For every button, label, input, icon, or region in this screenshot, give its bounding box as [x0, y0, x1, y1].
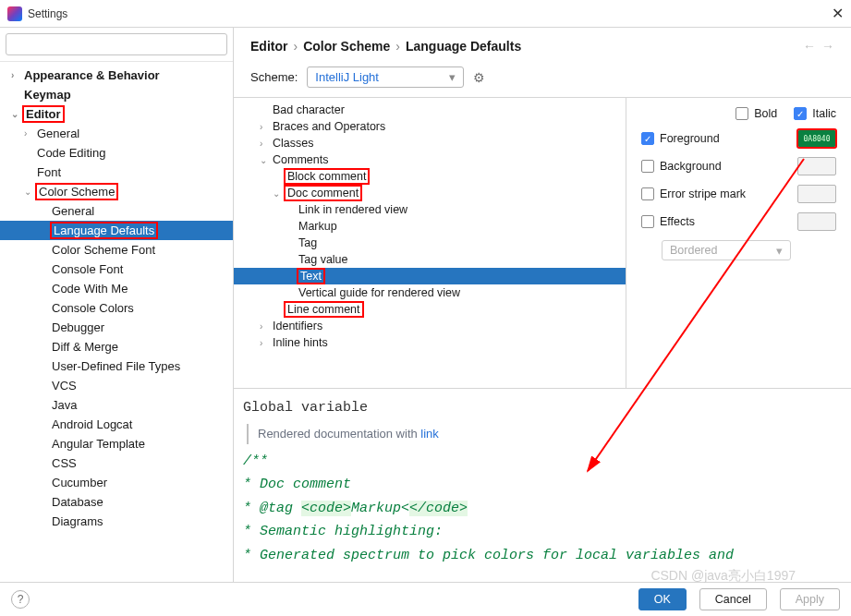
attr-item-identifiers[interactable]: ›Identifiers — [234, 318, 626, 334]
sidebar-item-user-defined-file-types[interactable]: User-Defined File Types — [0, 356, 233, 376]
attr-item-markup[interactable]: Markup — [234, 218, 626, 235]
settings-tree[interactable]: ›Appearance & BehaviorKeymap⌄Editor›Gene… — [0, 62, 233, 582]
checkbox-icon: ✓ — [641, 132, 654, 145]
stripe-swatch[interactable] — [797, 185, 836, 203]
sidebar-item-color-scheme-font[interactable]: Color Scheme Font — [0, 240, 233, 260]
nav-back-icon[interactable]: ← — [803, 39, 816, 54]
scheme-select[interactable]: IntelliJ Light — [307, 66, 464, 88]
sidebar-item-android-logcat[interactable]: Android Logcat — [0, 415, 233, 434]
attr-item-classes[interactable]: ›Classes — [234, 135, 626, 151]
effects-type-select: Bordered — [662, 240, 791, 260]
effects-swatch[interactable] — [797, 212, 836, 231]
sidebar-item-database[interactable]: Database — [0, 492, 233, 512]
italic-checkbox[interactable]: ✓ Italic — [794, 107, 836, 120]
preview-line: /** — [243, 450, 842, 474]
attr-item-comments[interactable]: ⌄Comments — [234, 151, 626, 168]
foreground-label: Foreground — [660, 132, 720, 145]
checkbox-icon — [641, 160, 654, 173]
bold-checkbox[interactable]: Bold — [736, 107, 777, 120]
tree-label: Language Defaults — [52, 223, 156, 237]
tree-label: Code With Me — [52, 282, 128, 296]
checkbox-icon — [641, 187, 654, 200]
ok-button[interactable]: OK — [638, 588, 687, 610]
tree-label: Diff & Merge — [52, 340, 118, 354]
tree-arrow-icon: › — [260, 321, 273, 332]
help-icon[interactable]: ? — [11, 590, 30, 609]
tree-label: Java — [52, 398, 77, 412]
preview-rendered-doc: Rendered documentation with link — [247, 424, 842, 444]
sidebar-item-cucumber[interactable]: Cucumber — [0, 473, 233, 492]
background-label: Background — [660, 160, 722, 173]
foreground-swatch[interactable]: 0A8040 — [797, 129, 836, 148]
attr-item-line-comment[interactable]: Line comment — [234, 301, 626, 318]
attr-item-block-comment[interactable]: Block comment — [234, 168, 626, 185]
preview-link[interactable]: link — [420, 427, 439, 441]
attr-item-tag[interactable]: Tag — [234, 235, 626, 251]
tree-label: Color Scheme Font — [52, 243, 155, 257]
attr-item-link-in-rendered-view[interactable]: Link in rendered view — [234, 201, 626, 218]
attr-label: Bad character — [273, 103, 345, 116]
sidebar-item-diff-merge[interactable]: Diff & Merge — [0, 337, 233, 356]
tree-label: Cucumber — [52, 476, 107, 489]
close-icon[interactable]: ✕ — [832, 5, 844, 22]
watermark: CSDN @java亮小白1997 — [650, 568, 796, 585]
sidebar-item-css[interactable]: CSS — [0, 453, 233, 473]
background-swatch[interactable] — [797, 157, 836, 175]
sidebar-item-font[interactable]: Font — [0, 163, 233, 182]
tree-arrow-icon: ⌄ — [273, 188, 286, 199]
attr-item-bad-character[interactable]: Bad character — [234, 102, 626, 118]
checkbox-icon — [736, 107, 748, 120]
sidebar-item-appearance-behavior[interactable]: ›Appearance & Behavior — [0, 66, 233, 85]
attr-label: Braces and Operators — [273, 120, 385, 133]
attr-item-text[interactable]: Text — [234, 268, 626, 284]
attr-item-braces-and-operators[interactable]: ›Braces and Operators — [234, 118, 626, 135]
sidebar-item-keymap[interactable]: Keymap — [0, 85, 233, 104]
tree-label: Angular Template — [52, 437, 145, 451]
tree-label: Appearance & Behavior — [24, 68, 160, 82]
background-row[interactable]: Background — [641, 157, 836, 175]
attr-label: Block comment — [286, 170, 368, 183]
attr-item-tag-value[interactable]: Tag value — [234, 251, 626, 268]
sidebar-item-code-with-me[interactable]: Code With Me — [0, 279, 233, 298]
checkbox-icon — [641, 215, 654, 228]
properties-panel: Bold ✓ Italic ✓ Foreground 0A8040 Backgr… — [626, 98, 851, 388]
scheme-value: IntelliJ Light — [315, 70, 379, 84]
stripe-row[interactable]: Error stripe mark — [641, 185, 836, 203]
sidebar-item-general[interactable]: General — [0, 201, 233, 221]
crumb-color-scheme[interactable]: Color Scheme — [303, 39, 390, 54]
foreground-row[interactable]: ✓ Foreground 0A8040 — [641, 129, 836, 148]
attr-label: Tag value — [298, 253, 348, 266]
attribute-tree[interactable]: Bad character›Braces and Operators›Class… — [234, 98, 626, 388]
tree-label: Debugger — [52, 320, 104, 334]
attr-label: Link in rendered view — [298, 203, 407, 216]
effects-row[interactable]: Effects — [641, 212, 836, 231]
crumb-editor[interactable]: Editor — [250, 39, 287, 54]
tree-arrow-icon: › — [260, 139, 273, 149]
attr-item-inline-hints[interactable]: ›Inline hints — [234, 334, 626, 351]
sidebar-item-console-font[interactable]: Console Font — [0, 260, 233, 279]
sidebar-item-editor[interactable]: ⌄Editor — [0, 104, 233, 124]
attr-item-doc-comment[interactable]: ⌄Doc comment — [234, 185, 626, 201]
italic-label: Italic — [812, 107, 836, 120]
sidebar-item-diagrams[interactable]: Diagrams — [0, 512, 233, 531]
sidebar-item-debugger[interactable]: Debugger — [0, 318, 233, 337]
crumb-language-defaults: Language Defaults — [406, 39, 521, 54]
tree-label: Keymap — [24, 88, 71, 102]
attr-item-vertical-guide-for-rendered-view[interactable]: Vertical guide for rendered view — [234, 284, 626, 301]
preview-line: * Generated spectrum to pick colors for … — [243, 544, 842, 568]
sidebar-item-general[interactable]: ›General — [0, 124, 233, 143]
sidebar-item-color-scheme[interactable]: ⌄Color Scheme — [0, 182, 233, 201]
gear-icon[interactable]: ⚙ — [473, 70, 485, 85]
sidebar-item-vcs[interactable]: VCS — [0, 376, 233, 395]
cancel-button[interactable]: Cancel — [699, 588, 767, 610]
search-input[interactable] — [6, 33, 227, 55]
sidebar-item-language-defaults[interactable]: Language Defaults — [0, 221, 233, 240]
breadcrumb: Editor › Color Scheme › Language Default… — [234, 28, 851, 61]
sidebar-item-java[interactable]: Java — [0, 395, 233, 415]
nav-forward-icon[interactable]: → — [821, 39, 834, 54]
apply-button[interactable]: Apply — [780, 588, 840, 610]
sidebar-item-code-editing[interactable]: Code Editing — [0, 143, 233, 163]
sidebar-item-angular-template[interactable]: Angular Template — [0, 434, 233, 453]
attr-label: Comments — [273, 153, 328, 166]
sidebar-item-console-colors[interactable]: Console Colors — [0, 298, 233, 318]
